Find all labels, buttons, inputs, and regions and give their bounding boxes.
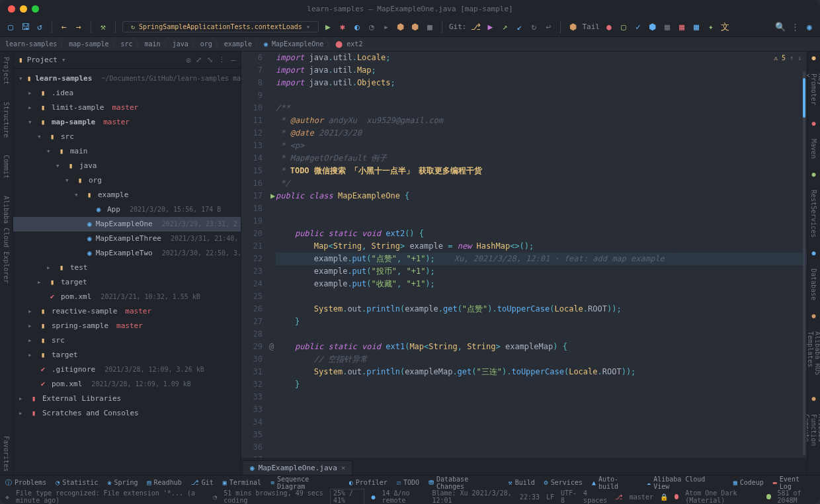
gutter-line[interactable]: 23 xyxy=(241,265,263,278)
favorites-stripe[interactable]: Favorites xyxy=(3,436,10,474)
breadcrumb-item[interactable]: learn-samples xyxy=(5,40,57,48)
expand-all-icon[interactable]: ⤢ xyxy=(196,56,202,64)
gutter-line[interactable]: 30 xyxy=(241,353,263,366)
code-line[interactable]: * @date 2021/3/20 xyxy=(276,127,807,140)
profile-icon[interactable]: ◔ xyxy=(366,22,377,32)
gutter-line[interactable]: 34 xyxy=(241,416,263,429)
plugin5-icon[interactable]: ▦ xyxy=(662,22,673,32)
back-icon[interactable]: ← xyxy=(59,22,69,32)
gutter-line[interactable]: 18 xyxy=(241,202,263,215)
build-icon[interactable]: ⚒ xyxy=(98,22,108,32)
code-line[interactable] xyxy=(276,215,807,228)
gutter-line[interactable]: 13 xyxy=(241,140,263,152)
code-line[interactable]: } xyxy=(276,378,807,391)
bottom-tool-auto-build[interactable]: ▲Auto-build xyxy=(592,476,637,490)
hotswap-icon[interactable]: ⬢ xyxy=(395,22,406,32)
plugin8-icon[interactable]: ✦ xyxy=(706,22,716,32)
close-tab-icon[interactable]: × xyxy=(341,464,346,472)
code-line[interactable]: example.put("点赞", "+1"); Xu, 2021/3/28, … xyxy=(276,253,807,265)
left-stripe-structure[interactable]: Structure xyxy=(3,99,10,140)
breadcrumb-item[interactable]: map-sample xyxy=(69,40,108,48)
panel-dropdown-icon[interactable]: ▾ xyxy=(62,56,66,64)
code-line[interactable] xyxy=(276,89,807,102)
right-stripe-maven[interactable]: Maven xyxy=(810,136,817,161)
minimize-window-icon[interactable] xyxy=(20,5,27,13)
code-line[interactable] xyxy=(276,429,807,441)
code-line[interactable] xyxy=(276,403,807,416)
bottom-tool-todo[interactable]: ☑TODO xyxy=(397,479,419,486)
tree-item[interactable]: ✔pom.xml2021/3/28, 12:09, 1.09 kB xyxy=(13,377,241,392)
gutter-line[interactable]: 35 xyxy=(241,429,263,441)
code-line[interactable]: } xyxy=(276,315,807,328)
code-line[interactable]: import java.util.Objects; xyxy=(276,77,807,89)
tree-item[interactable]: ✔pom.xml2021/3/21, 10:32, 1.55 kB xyxy=(13,290,241,304)
code-line[interactable] xyxy=(276,328,807,341)
gutter-line[interactable]: 19 xyxy=(241,215,263,228)
tree-item[interactable]: ▸▮.idea xyxy=(13,86,241,101)
bottom-tool-sequence-diagram[interactable]: ≡Sequence Diagram xyxy=(270,476,340,490)
git-commit-icon[interactable]: ▶ xyxy=(485,22,495,32)
tree-item[interactable]: ✔.gitignore2021/3/28, 12:09, 3.26 kB xyxy=(13,362,241,377)
code-line[interactable]: * Map#getOrDefault 例子 xyxy=(276,152,807,165)
bottom-tool-problems[interactable]: ⓘProblems xyxy=(5,478,46,487)
search-icon[interactable]: 🔍 xyxy=(775,22,786,32)
tree-item[interactable]: ◉MapExampleThree2021/3/31, 21:40, 2.1 kB xyxy=(13,231,241,246)
code-line[interactable]: example.put("投币", "+1"); xyxy=(276,265,807,278)
left-stripe-project[interactable]: Project xyxy=(3,54,10,87)
run-icon[interactable]: ▶ xyxy=(323,22,333,32)
bottom-tool-services[interactable]: ⚙Services xyxy=(544,479,583,486)
debug-icon[interactable]: ✱ xyxy=(337,22,348,32)
status-memory[interactable]: 581 of 2048M xyxy=(778,489,815,504)
gutter-line[interactable]: 22 xyxy=(241,253,263,265)
gutter-line[interactable]: 27 xyxy=(241,315,263,328)
gutter-line[interactable]: 33 xyxy=(241,403,263,416)
gutter-line[interactable]: 31 xyxy=(241,366,263,378)
bottom-tool-git[interactable]: ⎇Git xyxy=(191,479,214,486)
gutter-line[interactable]: 17 xyxy=(241,190,263,202)
status-separator[interactable]: LF xyxy=(546,493,554,501)
breadcrumb-item[interactable]: org xyxy=(200,40,212,48)
breadcrumb-item[interactable]: java xyxy=(173,40,188,48)
status-theme[interactable]: Atom One Dark (Material) xyxy=(685,489,760,504)
attach-icon[interactable]: ▸ xyxy=(381,22,391,32)
sync-icon[interactable]: ↺ xyxy=(34,22,45,32)
run-configuration-dropdown[interactable]: ↻ SpringSampleApplicationTests.contextLo… xyxy=(122,21,319,32)
tree-item[interactable]: ▸▮spring-samplemaster xyxy=(13,319,241,333)
code-line[interactable]: * @author andyXu xu9529@gmail.com xyxy=(276,114,807,127)
git-pull-icon[interactable]: ↙ xyxy=(514,22,524,32)
tree-item[interactable]: ▾▮org xyxy=(13,173,241,188)
coverage-icon[interactable]: ◐ xyxy=(352,22,362,32)
tree-item[interactable]: ◉MapExampleOne2021/3/29, 23:31, 2.58 kB … xyxy=(13,217,241,231)
code-line[interactable]: // 空指针异常 xyxy=(276,353,807,366)
collapse-all-icon[interactable]: ⤡ xyxy=(207,56,213,64)
git-history-icon[interactable]: ↻ xyxy=(528,22,539,32)
code-line[interactable] xyxy=(276,454,807,458)
breadcrumb-item[interactable]: src xyxy=(121,40,133,48)
code-line[interactable]: example.put("收藏", "+1"); xyxy=(276,278,807,290)
gutter-line[interactable]: 28 xyxy=(241,328,263,341)
hide-panel-icon[interactable]: — xyxy=(231,56,235,64)
status-progress[interactable]: 25% / 41% xyxy=(330,489,364,504)
settings-icon[interactable]: ⋮ xyxy=(790,22,800,32)
code-line[interactable]: */ xyxy=(276,177,807,190)
stop-icon[interactable]: ■ xyxy=(425,22,435,32)
code-line[interactable]: * TODO 微信搜索 「小黑十一点半」 获取更多编程干货 xyxy=(276,165,807,177)
plugin3-icon[interactable]: ✓ xyxy=(633,22,643,32)
gutter-line[interactable]: 9 xyxy=(241,89,263,102)
select-opened-icon[interactable]: ◎ xyxy=(186,56,191,64)
tree-item[interactable]: ▸▮target xyxy=(13,348,241,362)
scrollbar[interactable] xyxy=(803,71,805,455)
gutter-line[interactable]: 12 xyxy=(241,127,263,140)
gutter-line[interactable]: 16 xyxy=(241,177,263,190)
breadcrumb-item[interactable]: main xyxy=(145,40,161,48)
code-line[interactable]: import java.util.Locale; xyxy=(276,52,807,64)
bottom-tool-profiler[interactable]: ◐Profiler xyxy=(349,479,388,486)
git-revert-icon[interactable]: ↩ xyxy=(543,22,554,32)
gutter-line[interactable]: 36 xyxy=(241,441,263,454)
right-stripe-restservices[interactable]: RestServices xyxy=(810,187,817,240)
gutter-line[interactable]: 8 xyxy=(241,77,263,89)
tree-item[interactable]: ▾▮src xyxy=(13,130,241,144)
code-line[interactable] xyxy=(276,202,807,215)
bottom-tool-readhub[interactable]: ▤Readhub xyxy=(147,479,182,486)
right-stripe-database[interactable]: Database xyxy=(810,266,817,303)
